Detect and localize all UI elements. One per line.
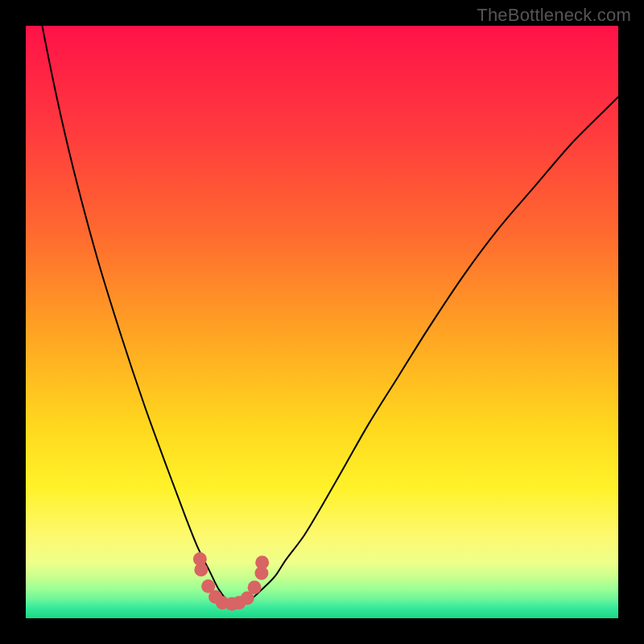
data-dot <box>248 580 262 594</box>
chart-outer-frame: TheBottleneck.com <box>0 0 644 644</box>
data-dot <box>194 563 208 576</box>
chart-background <box>26 26 618 618</box>
data-dot <box>255 555 269 569</box>
plot-area <box>26 26 618 618</box>
chart-svg <box>26 26 618 618</box>
watermark-text: TheBottleneck.com <box>477 5 631 26</box>
